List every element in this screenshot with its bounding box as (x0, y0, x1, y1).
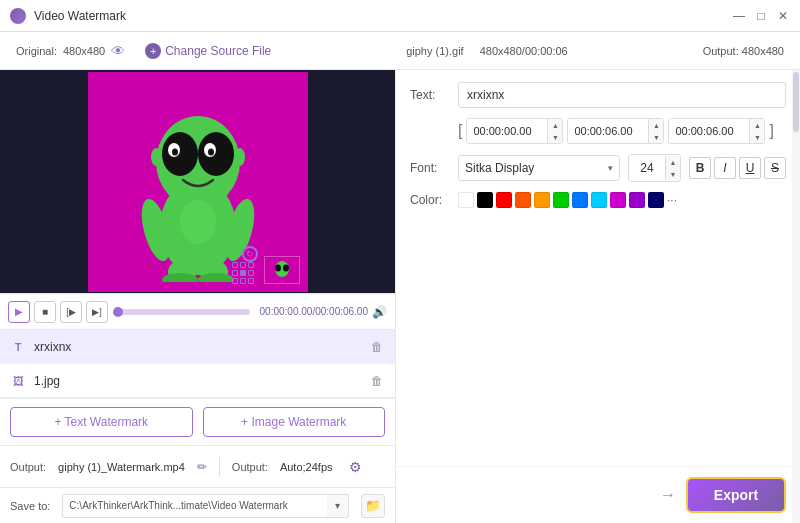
output-info: Output: 480x480 (703, 45, 784, 57)
color-swatch-cyan[interactable] (591, 192, 607, 208)
color-form-row: Color: ··· (410, 192, 786, 208)
font-size-group: ▲ ▼ (628, 154, 681, 182)
original-size: 480x480 (63, 45, 105, 57)
watermark-list: T xrxixnx 🗑 🖼 1.jpg 🗑 (0, 329, 395, 398)
open-folder-button[interactable]: 📁 (361, 494, 385, 518)
progress-bar[interactable] (118, 309, 250, 315)
font-label: Font: (410, 161, 450, 175)
time-start-up[interactable]: ▲ (548, 119, 562, 131)
font-size-spinner: ▲ ▼ (665, 156, 680, 180)
time-end-field[interactable] (568, 119, 648, 143)
time-start-input: ▲ ▼ (466, 118, 563, 144)
main-layout: ↻ ▶ ■ [▶ ▶] 00:00:00.00/00:00:06.00 🔊 T (0, 70, 800, 523)
left-panel: ↻ ▶ ■ [▶ ▶] 00:00:00.00/00:00:06.00 🔊 T (0, 70, 395, 523)
svg-point-6 (172, 148, 178, 155)
color-swatch-orange-red[interactable] (515, 192, 531, 208)
thumbnail-alien (267, 259, 297, 281)
time-end-up[interactable]: ▲ (649, 119, 663, 131)
color-swatch-red[interactable] (496, 192, 512, 208)
format-buttons: B I U S (689, 157, 786, 179)
original-info: Original: 480x480 👁 (16, 43, 125, 59)
color-swatch-purple[interactable] (629, 192, 645, 208)
color-swatch-black[interactable] (477, 192, 493, 208)
svg-point-20 (283, 264, 289, 271)
right-content: Text: [ ▲ ▼ ▲ ▼ (396, 70, 800, 466)
maximize-button[interactable]: □ (754, 9, 768, 23)
volume-icon[interactable]: 🔊 (372, 305, 387, 319)
time-start-field[interactable] (467, 119, 547, 143)
font-dropdown-arrow: ▾ (608, 163, 613, 173)
list-item: 🖼 1.jpg 🗑 (0, 364, 395, 398)
video-area: ↻ (0, 70, 395, 293)
eye-icon[interactable]: 👁 (111, 43, 125, 59)
color-swatch-orange[interactable] (534, 192, 550, 208)
close-button[interactable]: ✕ (776, 9, 790, 23)
video-frame: ↻ (88, 72, 308, 292)
strikethrough-button[interactable]: S (764, 157, 786, 179)
font-select-dropdown[interactable]: Sitka Display ▾ (458, 155, 620, 181)
export-area: → Export (396, 466, 800, 523)
time-duration-input: ▲ ▼ (668, 118, 765, 144)
export-button[interactable]: Export (686, 477, 786, 513)
color-label: Color: (410, 193, 450, 207)
time-end-down[interactable]: ▼ (649, 131, 663, 143)
delete-text-watermark-button[interactable]: 🗑 (369, 339, 385, 355)
file-info-center: giphy (1).gif 480x480/00:00:06 (291, 45, 682, 57)
image-watermark-icon: 🖼 (10, 373, 26, 389)
svg-point-3 (198, 132, 234, 176)
list-item: T xrxixnx 🗑 (0, 330, 395, 364)
delete-image-watermark-button[interactable]: 🗑 (369, 373, 385, 389)
bold-button[interactable]: B (689, 157, 711, 179)
settings-gear-icon[interactable]: ⚙ (345, 456, 367, 478)
italic-button[interactable]: I (714, 157, 736, 179)
bottom-output-bar: Output: giphy (1)_Watermark.mp4 ✏ Output… (0, 445, 395, 487)
minimize-button[interactable]: — (732, 9, 746, 23)
progress-thumb (113, 307, 123, 317)
time-duration-down[interactable]: ▼ (750, 131, 764, 143)
top-bar: Original: 480x480 👁 + Change Source File… (0, 32, 800, 70)
more-colors-button[interactable]: ··· (667, 193, 677, 207)
add-text-watermark-button[interactable]: + Text Watermark (10, 407, 193, 437)
scroll-bar[interactable] (792, 70, 800, 523)
rotation-handle[interactable]: ↻ (242, 246, 258, 262)
time-duration-spinner: ▲ ▼ (749, 119, 764, 143)
color-swatch-white[interactable] (458, 192, 474, 208)
output-file-name: giphy (1)_Watermark.mp4 (58, 461, 185, 473)
font-size-down[interactable]: ▼ (666, 168, 680, 180)
stop-button[interactable]: ■ (34, 301, 56, 323)
font-size-input[interactable] (629, 155, 665, 181)
time-duration-field[interactable] (669, 119, 749, 143)
font-name-display: Sitka Display (465, 161, 534, 175)
text-watermark-name: xrxixnx (34, 340, 361, 354)
font-size-up[interactable]: ▲ (666, 156, 680, 168)
add-image-watermark-button[interactable]: + Image Watermark (203, 407, 386, 437)
time-start-down[interactable]: ▼ (548, 131, 562, 143)
time-duration-up[interactable]: ▲ (750, 119, 764, 131)
save-path-dropdown[interactable]: ▾ (327, 494, 349, 518)
change-source-button[interactable]: + Change Source File (145, 43, 271, 59)
save-to-label: Save to: (10, 500, 50, 512)
text-input[interactable] (458, 82, 786, 108)
time-end-input: ▲ ▼ (567, 118, 664, 144)
time-range-row: [ ▲ ▼ ▲ ▼ (410, 118, 786, 144)
color-swatch-navy[interactable] (648, 192, 664, 208)
color-swatch-green[interactable] (553, 192, 569, 208)
svg-point-2 (162, 132, 198, 176)
underline-button[interactable]: U (739, 157, 761, 179)
watermark-position-indicator (232, 262, 254, 284)
output-settings-label: Output: (232, 461, 268, 473)
prev-frame-button[interactable]: [▶ (60, 301, 82, 323)
original-label: Original: (16, 45, 57, 57)
color-swatch-blue[interactable] (572, 192, 588, 208)
svg-point-15 (151, 148, 161, 166)
next-frame-button[interactable]: ▶] (86, 301, 108, 323)
title-bar: Video Watermark — □ ✕ (0, 0, 800, 32)
output-label: Output: (703, 45, 739, 57)
time-display: 00:00:00.00/00:00:06.00 (260, 306, 368, 317)
svg-point-19 (275, 264, 281, 271)
plus-circle-icon: + (145, 43, 161, 59)
play-button[interactable]: ▶ (8, 301, 30, 323)
color-swatch-magenta[interactable] (610, 192, 626, 208)
time-start-spinner: ▲ ▼ (547, 119, 562, 143)
edit-output-icon[interactable]: ✏ (197, 460, 207, 474)
